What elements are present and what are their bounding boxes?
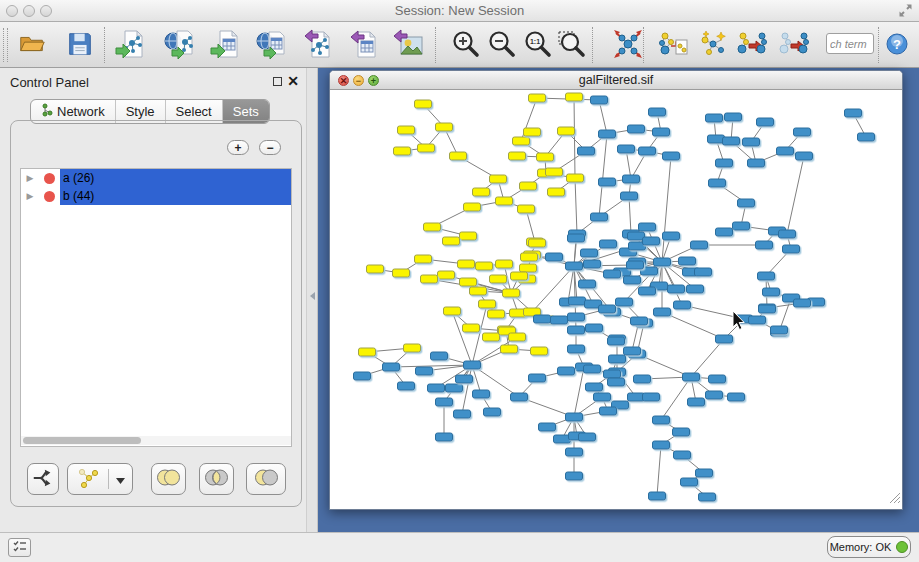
graph-node[interactable] — [728, 393, 745, 401]
graph-node[interactable] — [496, 197, 513, 205]
graph-node[interactable] — [723, 137, 740, 145]
graph-node[interactable] — [708, 135, 725, 143]
graph-node[interactable] — [521, 253, 538, 261]
graph-node[interactable] — [709, 375, 726, 383]
graph-node[interactable] — [436, 433, 453, 441]
graph-node[interactable] — [464, 203, 481, 211]
graph-node[interactable] — [616, 298, 633, 306]
graph-node[interactable] — [654, 308, 671, 316]
graph-node[interactable] — [591, 213, 608, 221]
graph-node[interactable] — [513, 137, 530, 145]
graph-node[interactable] — [668, 285, 685, 293]
graph-node[interactable] — [600, 407, 617, 415]
graph-node[interactable] — [546, 253, 563, 261]
graph-node[interactable] — [738, 199, 755, 207]
import-table-web-button[interactable] — [255, 27, 289, 63]
sets-list[interactable]: ▶a (26)▶b (44) — [20, 168, 292, 447]
graph-node[interactable] — [554, 435, 571, 443]
graph-node[interactable] — [796, 152, 813, 160]
graph-node[interactable] — [579, 280, 596, 288]
graph-node[interactable] — [794, 299, 811, 307]
memory-status-button[interactable]: Memory: OK — [827, 536, 911, 558]
graph-node[interactable] — [488, 310, 505, 318]
graph-node[interactable] — [531, 347, 548, 355]
graph-node[interactable] — [709, 179, 726, 187]
graph-node[interactable] — [756, 241, 773, 249]
graph-node[interactable] — [450, 152, 467, 160]
graph-node[interactable] — [628, 125, 645, 133]
graph-node[interactable] — [681, 478, 698, 486]
graph-node[interactable] — [367, 265, 384, 273]
graph-node[interactable] — [529, 94, 546, 102]
graph-node[interactable] — [404, 344, 421, 352]
graph-node[interactable] — [631, 317, 648, 325]
graph-node[interactable] — [443, 237, 460, 245]
graph-node[interactable] — [743, 138, 760, 146]
fullscreen-icon[interactable] — [898, 3, 913, 22]
network-from-selection-button[interactable] — [656, 27, 690, 63]
graph-node[interactable] — [779, 230, 796, 238]
graph-node[interactable] — [649, 492, 666, 500]
search-input[interactable] — [826, 33, 874, 54]
open-session-button[interactable] — [15, 27, 49, 63]
panel-splitter[interactable] — [306, 68, 318, 532]
graph-node[interactable] — [566, 448, 583, 456]
graph-node[interactable] — [473, 390, 490, 398]
graph-node[interactable] — [609, 355, 626, 363]
graph-node[interactable] — [428, 384, 445, 392]
set-row[interactable]: ▶b (44) — [21, 187, 291, 205]
graph-node[interactable] — [456, 375, 473, 383]
graph-node[interactable] — [749, 316, 766, 324]
graph-node[interactable] — [567, 174, 584, 182]
graph-node[interactable] — [691, 241, 708, 249]
help-button[interactable]: ? — [884, 27, 910, 63]
graph-node[interactable] — [578, 147, 595, 155]
graph-node[interactable] — [460, 232, 477, 240]
graph-node[interactable] — [618, 145, 635, 153]
expander-icon[interactable]: ▶ — [21, 173, 39, 183]
graph-node[interactable] — [608, 378, 625, 386]
graph-node[interactable] — [643, 237, 660, 245]
graph-node[interactable] — [604, 270, 621, 278]
graph-node[interactable] — [568, 234, 585, 242]
close-panel-icon[interactable]: ✕ — [287, 73, 299, 89]
graph-node[interactable] — [503, 289, 520, 297]
expander-icon[interactable]: ▶ — [21, 191, 39, 201]
export-network-button[interactable] — [301, 27, 335, 63]
sets-horizontal-scrollbar[interactable] — [21, 436, 291, 445]
graph-node[interactable] — [794, 128, 811, 136]
graph-node[interactable] — [431, 352, 448, 360]
graph-node[interactable] — [639, 287, 656, 295]
float-panel-icon[interactable] — [273, 77, 282, 86]
save-session-button[interactable] — [63, 27, 97, 63]
scrollbar-thumb[interactable] — [23, 437, 141, 444]
graph-node[interactable] — [529, 239, 546, 247]
graph-node[interactable] — [394, 147, 411, 155]
graph-node[interactable] — [591, 96, 608, 104]
graph-node[interactable] — [490, 175, 507, 183]
graph-node[interactable] — [460, 278, 477, 286]
graph-node[interactable] — [608, 337, 625, 345]
graph-node[interactable] — [568, 345, 585, 353]
graph-node[interactable] — [454, 410, 471, 418]
graph-node[interactable] — [470, 287, 487, 295]
graph-node[interactable] — [383, 363, 400, 371]
graph-node[interactable] — [354, 372, 371, 380]
union-sets-button[interactable] — [151, 463, 186, 495]
graph-node[interactable] — [479, 300, 496, 308]
create-set-from-network-button[interactable] — [67, 463, 133, 495]
graph-node[interactable] — [627, 261, 644, 269]
graph-node[interactable] — [674, 301, 691, 309]
graph-node[interactable] — [599, 130, 616, 138]
graph-node[interactable] — [520, 264, 537, 272]
graph-node[interactable] — [473, 188, 490, 196]
graph-node[interactable] — [496, 260, 513, 268]
graph-node[interactable] — [558, 127, 575, 135]
intersect-sets-button[interactable] — [199, 463, 234, 495]
graph-node[interactable] — [548, 188, 565, 196]
graph-node[interactable] — [518, 205, 535, 213]
graph-node[interactable] — [566, 472, 583, 480]
graph-node[interactable] — [566, 413, 583, 421]
apply-layout-button[interactable] — [611, 27, 645, 63]
graph-node[interactable] — [539, 423, 556, 431]
